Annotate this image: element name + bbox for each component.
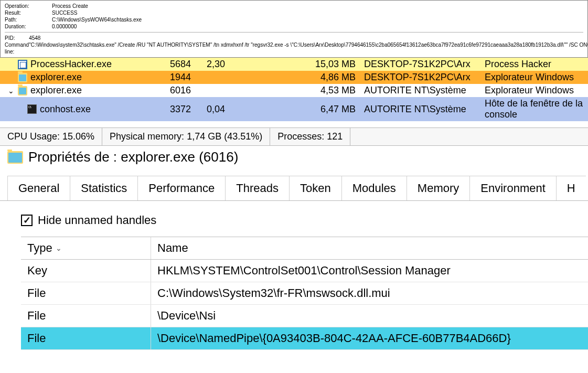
handle-type: File bbox=[21, 282, 151, 304]
process-row[interactable]: ProcessHacker.exe 5684 2,30 15,03 MB DES… bbox=[0, 58, 588, 71]
event-label-duration: Duration: bbox=[5, 23, 52, 30]
process-mem: 4,53 MB bbox=[312, 85, 364, 96]
tab-memory[interactable]: Memory bbox=[407, 176, 470, 200]
handle-name: \Device\Nsi bbox=[151, 305, 588, 327]
event-label-path: Path: bbox=[5, 16, 52, 23]
tab-handles-truncated[interactable]: H bbox=[556, 176, 586, 200]
process-icon bbox=[18, 60, 27, 69]
handle-row[interactable]: File \Device\Nsi bbox=[21, 305, 588, 327]
process-row[interactable]: conhost.exe 3372 0,04 6,47 MB AUTORITE N… bbox=[0, 97, 588, 121]
process-mem: 15,03 MB bbox=[312, 59, 364, 70]
process-pid: 1944 bbox=[170, 72, 207, 83]
event-value-pid: 4548 bbox=[29, 35, 588, 41]
process-user: DESKTOP-7S1K2PC\Arx bbox=[364, 59, 485, 70]
process-name: explorer.exe bbox=[30, 72, 82, 83]
process-name: ProcessHacker.exe bbox=[30, 59, 112, 70]
process-row[interactable]: ⌄explorer.exe 6016 4,53 MB AUTORITE NT\S… bbox=[0, 84, 588, 97]
properties-title-text: Propriétés de : explorer.exe (6016) bbox=[28, 149, 238, 165]
tab-general[interactable]: General bbox=[7, 176, 70, 200]
status-procs: Processes: 121 bbox=[270, 128, 350, 145]
process-cpu: 2,30 bbox=[207, 59, 312, 70]
properties-window-title: Propriétés de : explorer.exe (6016) bbox=[0, 146, 588, 168]
folder-icon bbox=[18, 86, 27, 95]
process-pid: 5684 bbox=[170, 59, 207, 70]
handles-header-name[interactable]: Name bbox=[151, 237, 588, 259]
status-bar: CPU Usage: 15.06% Physical memory: 1,74 … bbox=[0, 127, 588, 146]
process-pid: 3372 bbox=[170, 104, 207, 115]
event-label-cmdline: Command line: bbox=[5, 41, 29, 55]
handle-type: File bbox=[21, 327, 151, 349]
status-mem: Physical memory: 1,74 GB (43.51%) bbox=[102, 128, 270, 145]
handles-table[interactable]: Type⌄ Name Key HKLM\SYSTEM\ControlSet001… bbox=[21, 237, 588, 350]
hide-unnamed-handles-label: Hide unnamed handles bbox=[38, 214, 156, 227]
handles-header-row: Type⌄ Name bbox=[21, 237, 588, 260]
event-value-path: C:\Windows\SysWOW64\schtasks.exe bbox=[52, 16, 142, 23]
process-user: AUTORITE NT\Système bbox=[364, 104, 485, 115]
folder-icon bbox=[7, 151, 23, 164]
event-value-result: SUCCESS bbox=[52, 9, 142, 16]
tab-environment[interactable]: Environment bbox=[469, 176, 557, 200]
event-value-cmdline: "C:\Windows\system32\schtasks.exe" /Crea… bbox=[29, 41, 588, 55]
tab-threads[interactable]: Threads bbox=[225, 176, 290, 200]
handle-row[interactable]: Key HKLM\SYSTEM\ControlSet001\Control\Se… bbox=[21, 260, 588, 282]
event-value-duration: 0.0000000 bbox=[52, 23, 142, 30]
checkbox-icon[interactable]: ✓ bbox=[21, 215, 33, 226]
process-mem: 6,47 MB bbox=[312, 104, 364, 115]
handle-type: File bbox=[21, 305, 151, 327]
console-icon bbox=[27, 104, 37, 114]
hide-unnamed-handles-row[interactable]: ✓ Hide unnamed handles bbox=[0, 201, 588, 237]
process-user: DESKTOP-7S1K2PC\Arx bbox=[364, 72, 485, 83]
process-name: explorer.exe bbox=[30, 85, 82, 96]
process-row[interactable]: explorer.exe 1944 4,86 MB DESKTOP-7S1K2P… bbox=[0, 71, 588, 84]
status-cpu: CPU Usage: 15.06% bbox=[0, 128, 102, 145]
tab-token[interactable]: Token bbox=[289, 176, 342, 200]
event-label-result: Result: bbox=[5, 9, 52, 16]
handles-header-type[interactable]: Type⌄ bbox=[21, 237, 151, 259]
process-desc: Hôte de la fenêtre de la console bbox=[485, 98, 588, 120]
properties-tab-bar: General Statistics Performance Threads T… bbox=[0, 176, 588, 201]
process-cpu: 0,04 bbox=[207, 104, 312, 115]
process-user: AUTORITE NT\Système bbox=[364, 85, 485, 96]
sort-arrow-icon: ⌄ bbox=[56, 244, 62, 252]
handle-name: \Device\NamedPipe\{0A93403B-804C-42AA-AF… bbox=[151, 327, 588, 349]
process-list[interactable]: ProcessHacker.exe 5684 2,30 15,03 MB DES… bbox=[0, 58, 588, 121]
event-value-operation: Process Create bbox=[52, 3, 142, 9]
tab-statistics[interactable]: Statistics bbox=[70, 176, 138, 200]
handle-row[interactable]: File \Device\NamedPipe\{0A93403B-804C-42… bbox=[21, 327, 588, 350]
tab-modules[interactable]: Modules bbox=[341, 176, 407, 200]
event-details-panel: Operation:Process Create Result:SUCCESS … bbox=[0, 0, 588, 58]
handle-name: HKLM\SYSTEM\ControlSet001\Control\Sessio… bbox=[151, 260, 588, 282]
event-label-pid: PID: bbox=[5, 35, 29, 41]
process-name: conhost.exe bbox=[40, 104, 91, 115]
handle-row[interactable]: File C:\Windows\System32\fr-FR\mswsock.d… bbox=[21, 282, 588, 305]
process-desc: Process Hacker bbox=[485, 59, 588, 70]
event-label-operation: Operation: bbox=[5, 3, 52, 9]
process-pid: 6016 bbox=[170, 85, 207, 96]
tree-collapse-icon[interactable]: ⌄ bbox=[7, 87, 15, 95]
handle-type: Key bbox=[21, 260, 151, 282]
process-mem: 4,86 MB bbox=[312, 72, 364, 83]
tab-performance[interactable]: Performance bbox=[137, 176, 226, 200]
handle-name: C:\Windows\System32\fr-FR\mswsock.dll.mu… bbox=[151, 282, 588, 304]
process-desc: Explorateur Windows bbox=[485, 85, 588, 96]
folder-icon bbox=[18, 73, 27, 82]
process-desc: Explorateur Windows bbox=[485, 72, 588, 83]
